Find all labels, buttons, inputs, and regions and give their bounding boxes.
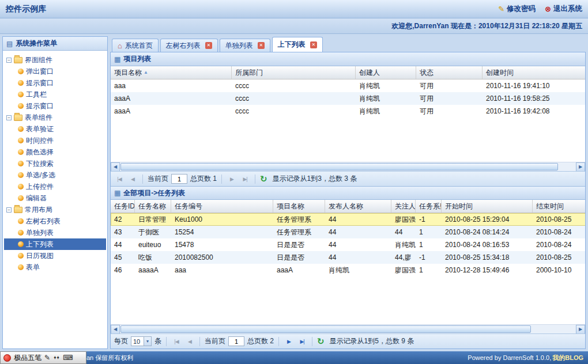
table-cell: 43 — [111, 226, 135, 238]
copyright-text: an 保留所有权利 — [86, 354, 133, 362]
tree-folder-label: 界面组件 — [25, 55, 52, 65]
sidebar-item-label: 编辑器 — [26, 194, 47, 203]
sidebar-item[interactable]: 单选/多选 — [4, 169, 106, 181]
table-row[interactable]: aaaAcccc肖纯凯可用2010-11-16 19:42:08 — [111, 105, 585, 117]
sidebar-item[interactable]: 单独列表 — [4, 227, 106, 238]
page-size-unit: 条 — [154, 336, 161, 346]
column-header[interactable]: 发布人名称 — [325, 200, 391, 213]
column-header[interactable]: 关注人 — [391, 200, 416, 213]
column-header[interactable]: 任务名称 — [135, 200, 171, 213]
ime-toolbar[interactable]: 极品五笔 ✎ ᠃ ⌨ — [0, 351, 86, 364]
first-page-button[interactable]: |◀ — [114, 174, 125, 184]
sidebar-item[interactable]: 提示窗口 — [4, 77, 106, 89]
column-header[interactable]: 任务系数 — [416, 200, 442, 213]
sidebar-item-label: 上传控件 — [26, 182, 54, 192]
tab-1[interactable]: ⌂系统首页 — [112, 39, 159, 52]
column-header[interactable]: 任务ID — [111, 200, 135, 213]
sidebar-item[interactable]: 上下列表 — [4, 238, 106, 250]
collapse-icon[interactable]: − — [6, 115, 12, 120]
bullet-icon — [18, 230, 24, 236]
table-row[interactable]: 45吃饭2010082500日是是否4444,廖-12010-08-25 15:… — [111, 251, 585, 264]
tab-3[interactable]: 单独列表✕ — [220, 39, 270, 52]
blog-link[interactable]: 我的BLOG — [552, 354, 583, 362]
grid-icon: ▦ — [114, 189, 120, 197]
scrollbar-thumb[interactable] — [120, 163, 558, 170]
scroll-right-button[interactable]: ▶ — [576, 325, 585, 334]
table-row[interactable]: aaaAcccc肖纯凯可用2010-11-16 19:58:25 — [111, 92, 585, 105]
sidebar-item[interactable]: 左树右列表 — [4, 215, 106, 227]
column-header[interactable]: 创建人 — [356, 66, 416, 79]
tab-4[interactable]: 上下列表✕ — [272, 37, 323, 52]
column-header[interactable]: 所属部门 — [232, 66, 356, 79]
task-list-panel: ▦ 全部项目->任务列表 任务ID任务名称任务编号项目名称发布人名称关注人任务系… — [111, 186, 585, 348]
sidebar-item[interactable]: 表单验证 — [4, 123, 106, 135]
sidebar-item[interactable]: 表单 — [4, 261, 106, 273]
current-page-input[interactable] — [171, 174, 187, 184]
column-header[interactable]: 创建时间 — [483, 66, 585, 79]
table-cell: aaa — [171, 264, 273, 276]
tab-2[interactable]: 左树右列表✕ — [160, 39, 218, 52]
sidebar-item[interactable]: 工具栏 — [4, 89, 106, 100]
task-hscrollbar: ◀ ▶ — [111, 324, 585, 333]
table-row[interactable]: 43于御医15254任务管理系444412010-08-24 08:14:242… — [111, 226, 585, 238]
sidebar-item[interactable]: 时间控件 — [4, 135, 106, 146]
collapse-icon[interactable]: − — [6, 207, 12, 213]
table-row[interactable]: 44euiteuo15478日是是否44肖纯凯12010-08-24 08:16… — [111, 238, 585, 251]
column-header[interactable]: 项目名称▲ — [111, 66, 232, 79]
tab-strip: ⌂系统首页左树右列表✕单独列表✕上下列表✕ — [110, 36, 586, 52]
refresh-icon[interactable]: ↻ — [317, 337, 325, 346]
close-icon[interactable]: ✕ — [310, 41, 317, 48]
first-page-button[interactable]: |◀ — [171, 336, 182, 347]
table-row[interactable]: aaacccc肖纯凯可用2010-11-16 19:41:10 — [111, 79, 585, 92]
scrollbar-thumb[interactable] — [120, 325, 531, 333]
close-icon[interactable]: ✕ — [205, 42, 212, 49]
last-page-button[interactable]: ▶| — [297, 336, 307, 347]
sidebar-item[interactable]: 下拉搜索 — [4, 158, 106, 169]
column-header[interactable]: 状态 — [416, 66, 483, 79]
scroll-right-button[interactable]: ▶ — [576, 162, 585, 172]
column-header[interactable]: 项目名称 — [273, 200, 325, 213]
last-page-button[interactable]: ▶| — [240, 174, 250, 184]
table-row[interactable]: 42日常管理Keu1000任务管理系44廖国强-12010-08-25 15:2… — [111, 213, 585, 226]
punctuation-icon[interactable]: ᠃ — [53, 354, 60, 361]
sidebar-item[interactable]: 上传控件 — [4, 181, 106, 192]
table-row[interactable]: 46aaaaAaaaaaaA肖纯凯廖国强12010-12-28 15:49:46… — [111, 264, 585, 276]
page-size-select[interactable]: 10 ▼ — [131, 336, 152, 346]
column-header[interactable]: 任务编号 — [171, 200, 273, 213]
change-password-button[interactable]: ✎ 修改密码 — [498, 4, 536, 14]
close-icon[interactable]: ✕ — [258, 42, 265, 49]
tree-folder-item[interactable]: −常用布局 — [4, 204, 106, 215]
table-cell: 15254 — [171, 226, 273, 238]
column-header-label: 任务名称 — [138, 202, 166, 210]
prev-page-button[interactable]: ◀ — [184, 336, 195, 347]
column-header[interactable]: 结束时间 — [533, 200, 585, 213]
prev-page-button[interactable]: ◀ — [127, 174, 138, 184]
current-page-input[interactable] — [228, 336, 244, 346]
column-header[interactable]: 开始时间 — [442, 200, 533, 213]
sidebar-item[interactable]: 编辑器 — [4, 192, 106, 204]
sidebar-item[interactable]: 提示窗口 — [4, 100, 106, 112]
scrollbar-track[interactable] — [120, 162, 576, 172]
collapse-icon[interactable]: − — [6, 58, 12, 63]
sidebar-item[interactable]: 日历视图 — [4, 250, 106, 261]
table-cell: 2010-11-16 19:58:25 — [483, 92, 585, 105]
table-cell: 44 — [111, 238, 135, 251]
next-page-button[interactable]: ▶ — [227, 174, 237, 184]
table-cell: 46 — [111, 264, 135, 276]
scroll-left-button[interactable]: ◀ — [111, 325, 120, 334]
sidebar-item[interactable]: 颜色选择 — [4, 146, 106, 158]
pen-icon[interactable]: ✎ — [44, 354, 50, 361]
ime-logo-icon[interactable] — [3, 354, 11, 362]
tree-folder-label: 表单组件 — [25, 113, 52, 123]
logout-button[interactable]: ⊗ 退出系统 — [545, 4, 582, 14]
keyboard-icon[interactable]: ⌨ — [63, 354, 73, 361]
refresh-icon[interactable]: ↻ — [260, 175, 267, 183]
tree-folder-item[interactable]: −界面组件 — [4, 54, 106, 66]
scroll-left-button[interactable]: ◀ — [111, 162, 120, 172]
scrollbar-track[interactable] — [120, 325, 576, 334]
tree-folder-item[interactable]: −表单组件 — [4, 112, 106, 123]
sidebar-item[interactable]: 弹出窗口 — [4, 66, 106, 77]
table-cell: 2010-08-24 — [533, 226, 585, 238]
folder-icon — [14, 57, 22, 63]
next-page-button[interactable]: ▶ — [284, 336, 294, 347]
